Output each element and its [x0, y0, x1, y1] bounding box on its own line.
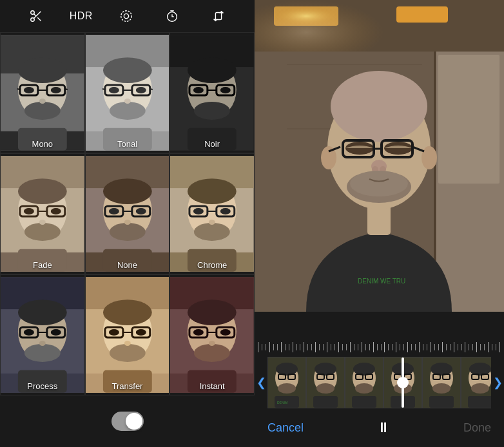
svg-point-37	[110, 102, 146, 120]
filter-toggle[interactable]	[111, 412, 144, 431]
camera-toolbar: HDR	[0, 0, 255, 32]
svg-point-86	[220, 208, 231, 214]
svg-line-33	[102, 89, 105, 90]
filter-instant[interactable]: Instant	[170, 274, 255, 395]
svg-point-201	[471, 383, 489, 394]
svg-point-87	[194, 223, 230, 241]
svg-point-162	[276, 363, 298, 376]
svg-point-36	[135, 87, 146, 93]
filter-mono[interactable]: Mono	[0, 32, 85, 153]
svg-point-59	[24, 208, 34, 214]
svg-point-29	[103, 57, 152, 83]
flip-camera-icon[interactable]	[206, 3, 231, 29]
svg-point-177	[353, 363, 375, 376]
live-photo-icon[interactable]	[113, 3, 139, 29]
filmstrip-next-arrow[interactable]: ❯	[491, 357, 504, 408]
filter-tonal[interactable]: Tonal	[85, 32, 170, 153]
svg-rect-181	[352, 396, 376, 408]
svg-point-124	[193, 329, 204, 336]
filter-process-label: Process	[1, 381, 84, 391]
filmstrip-wrapper: ❮ DENIM	[255, 357, 504, 408]
svg-point-55	[18, 178, 67, 204]
svg-point-100	[24, 344, 61, 362]
main-preview: DENIM WE TRU	[255, 0, 504, 338]
svg-point-43	[188, 57, 237, 83]
svg-point-165	[278, 383, 296, 394]
filmstrip[interactable]: DENIM	[267, 357, 491, 408]
svg-line-18	[17, 89, 20, 90]
svg-point-126	[194, 344, 230, 362]
scrubber-handle[interactable]	[402, 357, 404, 408]
svg-point-101	[39, 341, 46, 346]
filter-transfer[interactable]: Transfer	[85, 274, 170, 395]
svg-line-4	[34, 14, 36, 16]
svg-point-74	[110, 223, 146, 241]
left-bottom-bar	[0, 395, 255, 447]
filmstrip-prev-arrow[interactable]: ❮	[255, 357, 267, 408]
svg-point-198	[469, 363, 491, 376]
svg-text:DENIM WE TRU: DENIM WE TRU	[358, 278, 405, 285]
svg-point-180	[355, 383, 373, 394]
svg-point-47	[193, 87, 204, 93]
svg-point-48	[220, 87, 231, 93]
filter-transfer-label: Transfer	[86, 381, 170, 391]
svg-point-85	[193, 208, 204, 214]
film-frame-2[interactable]	[306, 357, 345, 408]
svg-point-173	[316, 383, 334, 394]
filter-instant-label: Instant	[170, 381, 254, 391]
svg-line-3	[37, 17, 41, 21]
svg-point-112	[135, 329, 146, 336]
svg-point-21	[51, 87, 61, 93]
svg-rect-174	[313, 396, 338, 408]
film-frame-5[interactable]	[422, 357, 461, 408]
svg-line-19	[65, 89, 68, 90]
svg-rect-137	[438, 55, 499, 184]
svg-point-35	[109, 87, 119, 93]
svg-point-81	[188, 178, 237, 204]
svg-point-88	[209, 220, 215, 225]
svg-point-38	[124, 99, 131, 104]
done-button[interactable]: Done	[463, 421, 491, 435]
filter-chrome[interactable]: Chrome	[170, 153, 255, 274]
filter-process[interactable]: Process	[0, 274, 85, 395]
film-frame-6[interactable]	[461, 357, 491, 408]
filter-grid: Mono	[0, 32, 255, 395]
timeline-scrubber[interactable]	[255, 338, 504, 357]
filter-none-label: None	[86, 260, 170, 270]
svg-point-60	[51, 208, 61, 214]
svg-point-22	[24, 102, 61, 120]
svg-point-20	[24, 87, 34, 93]
svg-point-114	[124, 341, 131, 346]
filter-none[interactable]: None	[85, 153, 170, 274]
timer-icon[interactable]	[159, 3, 185, 29]
film-frame-4[interactable]	[383, 357, 422, 408]
svg-point-145	[331, 71, 427, 142]
filter-noir[interactable]: Noir	[170, 32, 255, 153]
svg-point-111	[109, 329, 119, 336]
svg-point-127	[209, 341, 215, 346]
video-controls-bar: Cancel ⏸ Done	[255, 408, 504, 447]
svg-rect-195	[429, 396, 454, 408]
film-frame-3[interactable]	[345, 357, 383, 408]
left-panel: HDR	[0, 0, 255, 447]
svg-line-34	[150, 89, 152, 90]
cancel-button[interactable]: Cancel	[267, 421, 304, 435]
filter-fade[interactable]: Fade	[0, 153, 85, 274]
timeline-ticks	[258, 341, 501, 354]
preview-image: DENIM WE TRU	[255, 0, 504, 312]
filter-fade-label: Fade	[1, 260, 84, 270]
svg-point-194	[432, 383, 451, 394]
svg-point-62	[39, 220, 46, 225]
filter-tonal-label: Tonal	[86, 139, 170, 149]
svg-point-99	[51, 329, 61, 336]
film-frame-1[interactable]: DENIM	[267, 357, 306, 408]
svg-point-23	[39, 99, 46, 104]
svg-rect-133	[396, 6, 448, 23]
svg-point-68	[103, 178, 152, 204]
svg-point-94	[18, 300, 67, 325]
right-panel: DENIM WE TRU	[255, 0, 504, 447]
pause-play-button[interactable]: ⏸	[376, 419, 391, 436]
svg-point-5	[124, 14, 128, 18]
hdr-label[interactable]: HDR	[70, 10, 93, 22]
scissors-icon[interactable]	[23, 3, 49, 29]
